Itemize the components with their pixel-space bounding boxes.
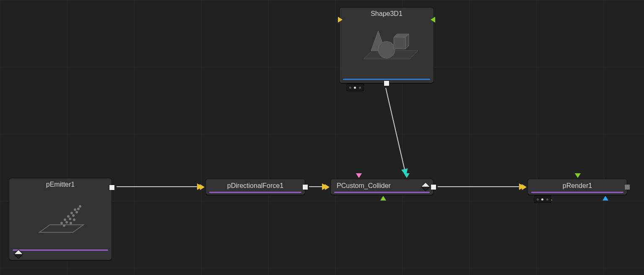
svg-point-6 [378,41,395,58]
svg-point-22 [77,208,80,210]
port-aqua-icon[interactable] [404,173,410,178]
port-out-icon[interactable] [384,80,390,86]
svg-point-12 [64,218,66,221]
node-shape3d[interactable]: Shape3D1 [339,7,434,83]
node-accent [13,249,108,251]
node-graph-canvas[interactable]: Shape3D1 .node.big .accent{background:#2… [0,0,644,275]
node-title: pRender1 [528,179,627,191]
mask-icon[interactable] [14,249,23,259]
node-accent [334,192,430,193]
node-prender[interactable]: pRender1 [527,179,627,195]
port-in-yellow-icon[interactable] [200,184,205,190]
node-title: Shape3D1 [340,8,434,19]
viewer-dots[interactable] [346,84,364,91]
node-pdirectionalforce[interactable]: pDirectionalForce1 [205,179,305,195]
port-in-yellow-icon[interactable] [325,184,330,190]
node-pemitter[interactable]: pEmitter1 [9,178,112,260]
viewer-dots[interactable] [534,195,551,203]
svg-point-24 [73,218,75,221]
port-green-icon[interactable] [380,196,386,200]
port-out-icon[interactable] [624,184,630,190]
node-title: pEmitter1 [9,178,112,190]
port-pink-icon[interactable] [356,173,362,178]
svg-point-18 [72,214,75,217]
svg-point-20 [63,224,65,227]
node-accent [343,79,430,80]
port-out-icon[interactable] [109,185,115,190]
svg-point-15 [74,208,76,211]
node-thumbnail [9,190,112,245]
svg-point-16 [65,221,68,224]
port-blue-icon[interactable] [602,196,608,200]
svg-rect-8 [394,37,405,49]
node-pcustom-collider[interactable]: PCustom_Collider [330,179,434,195]
port-out-icon[interactable] [302,184,308,190]
port-in-green-icon[interactable] [431,17,435,23]
port-green-top-icon[interactable] [575,173,581,178]
svg-marker-10 [39,225,83,232]
node-title: pDirectionalForce1 [206,179,305,191]
svg-point-17 [69,218,71,220]
svg-point-21 [70,222,72,224]
node-thumbnail [340,19,434,72]
port-in-yellow-icon[interactable] [522,184,527,190]
svg-point-11 [60,222,63,224]
svg-point-14 [70,212,73,214]
svg-point-23 [79,205,81,208]
node-accent [531,192,623,193]
node-title: PCustom_Collider [331,179,433,191]
port-out-icon[interactable] [431,184,436,190]
svg-point-19 [75,211,78,213]
port-in-yellow-icon[interactable] [338,17,343,23]
node-accent [209,192,301,193]
svg-point-13 [67,215,70,218]
